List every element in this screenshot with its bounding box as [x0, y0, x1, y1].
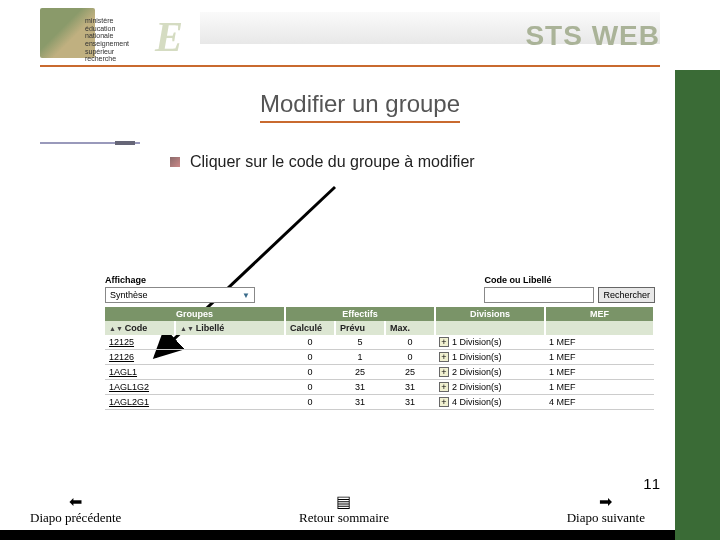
divisions-cell: +4 Division(s): [435, 395, 545, 410]
col-prevu[interactable]: Prévu: [335, 321, 385, 335]
ministry-text: ministère éducation nationale enseigneme…: [85, 17, 135, 63]
sort-icon: ▲▼: [180, 325, 194, 332]
search-label: Code ou Libellé: [484, 275, 594, 285]
expand-icon[interactable]: +: [439, 337, 449, 347]
libelle-cell: [175, 335, 285, 350]
search-input[interactable]: [484, 287, 594, 303]
libelle-cell: [175, 395, 285, 410]
calcule-cell: 0: [285, 365, 335, 380]
arrow-left-icon: ⬅: [69, 494, 82, 510]
expand-icon[interactable]: +: [439, 352, 449, 362]
col-code[interactable]: ▲▼Code: [105, 321, 175, 335]
affichage-label: Affichage: [105, 275, 255, 285]
table-row: 1AGL2G103131+4 Division(s)4 MEF: [105, 395, 654, 410]
menu-icon: ▤: [336, 494, 351, 510]
libelle-cell: [175, 350, 285, 365]
max-cell: 0: [385, 335, 435, 350]
prevu-cell: 31: [335, 395, 385, 410]
prevu-cell: 25: [335, 365, 385, 380]
footer-strip: [0, 530, 675, 540]
expand-icon[interactable]: +: [439, 397, 449, 407]
divisions-cell: +2 Division(s): [435, 365, 545, 380]
arrow-right-icon: ➡: [599, 494, 612, 510]
prevu-cell: 5: [335, 335, 385, 350]
max-cell: 0: [385, 350, 435, 365]
libelle-cell: [175, 365, 285, 380]
prevu-cell: 1: [335, 350, 385, 365]
divisions-cell: +1 Division(s): [435, 350, 545, 365]
education-e-icon: E: [155, 13, 183, 61]
mef-cell: 4 MEF: [545, 395, 654, 410]
mef-cell: 1 MEF: [545, 350, 654, 365]
title-underline: [260, 121, 460, 123]
footer: ⬅ Diapo précédente ▤ Retour sommaire ➡ D…: [0, 494, 675, 526]
table-row: 1AGL1G203131+2 Division(s)1 MEF: [105, 380, 654, 395]
next-slide-button[interactable]: ➡ Diapo suivante: [567, 494, 645, 526]
code-cell[interactable]: 12125: [105, 335, 175, 350]
mef-cell: 1 MEF: [545, 380, 654, 395]
divisions-cell: +2 Division(s): [435, 380, 545, 395]
col-calcule[interactable]: Calculé: [285, 321, 335, 335]
calcule-cell: 0: [285, 350, 335, 365]
affichage-select[interactable]: Synthèse ▼: [105, 287, 255, 303]
bullet-row: Cliquer sur le code du groupe à modifier: [170, 153, 660, 171]
bullet-icon: [170, 157, 180, 167]
th-divisions: Divisions: [435, 307, 545, 321]
col-divisions: [435, 321, 545, 335]
calcule-cell: 0: [285, 380, 335, 395]
affichage-value: Synthèse: [110, 290, 148, 300]
page-title: Modifier un groupe: [0, 90, 720, 118]
table-row: 12125050+1 Division(s)1 MEF: [105, 335, 654, 350]
th-effectifs: Effectifs: [285, 307, 435, 321]
col-mef: [545, 321, 654, 335]
next-label: Diapo suivante: [567, 510, 645, 526]
right-accent-column: [675, 0, 720, 540]
table-row: 1AGL102525+2 Division(s)1 MEF: [105, 365, 654, 380]
code-cell[interactable]: 12126: [105, 350, 175, 365]
code-cell[interactable]: 1AGL2G1: [105, 395, 175, 410]
chevron-down-icon: ▼: [242, 291, 250, 300]
home-button[interactable]: ▤ Retour sommaire: [299, 494, 389, 526]
search-button[interactable]: Rechercher: [598, 287, 655, 303]
table-row: 12126010+1 Division(s)1 MEF: [105, 350, 654, 365]
sort-icon: ▲▼: [109, 325, 123, 332]
header-underline: [40, 65, 660, 67]
max-cell: 25: [385, 365, 435, 380]
logo-block: ministère éducation nationale enseigneme…: [40, 5, 220, 60]
calcule-cell: 0: [285, 395, 335, 410]
bullet-text: Cliquer sur le code du groupe à modifier: [190, 153, 475, 171]
prev-slide-button[interactable]: ⬅ Diapo précédente: [30, 494, 121, 526]
libelle-cell: [175, 380, 285, 395]
mef-cell: 1 MEF: [545, 335, 654, 350]
expand-icon[interactable]: +: [439, 382, 449, 392]
max-cell: 31: [385, 380, 435, 395]
mef-cell: 1 MEF: [545, 365, 654, 380]
brand-title: STS WEB: [525, 20, 660, 52]
th-mef: MEF: [545, 307, 654, 321]
prevu-cell: 31: [335, 380, 385, 395]
app-screenshot: Affichage Synthèse ▼ Code ou Libellé Rec…: [105, 275, 655, 410]
side-accent-bar: [115, 141, 135, 145]
page-number: 11: [643, 475, 660, 492]
max-cell: 31: [385, 395, 435, 410]
divisions-cell: +1 Division(s): [435, 335, 545, 350]
calcule-cell: 0: [285, 335, 335, 350]
groups-table: Groupes Effectifs Divisions MEF ▲▼Code ▲…: [105, 307, 655, 410]
col-libelle[interactable]: ▲▼Libellé: [175, 321, 285, 335]
header: ministère éducation nationale enseigneme…: [0, 0, 720, 70]
expand-icon[interactable]: +: [439, 367, 449, 377]
prev-label: Diapo précédente: [30, 510, 121, 526]
content: Cliquer sur le code du groupe à modifier: [170, 153, 660, 171]
th-groupes: Groupes: [105, 307, 285, 321]
code-cell[interactable]: 1AGL1G2: [105, 380, 175, 395]
code-cell[interactable]: 1AGL1: [105, 365, 175, 380]
col-max[interactable]: Max.: [385, 321, 435, 335]
home-label: Retour sommaire: [299, 510, 389, 526]
